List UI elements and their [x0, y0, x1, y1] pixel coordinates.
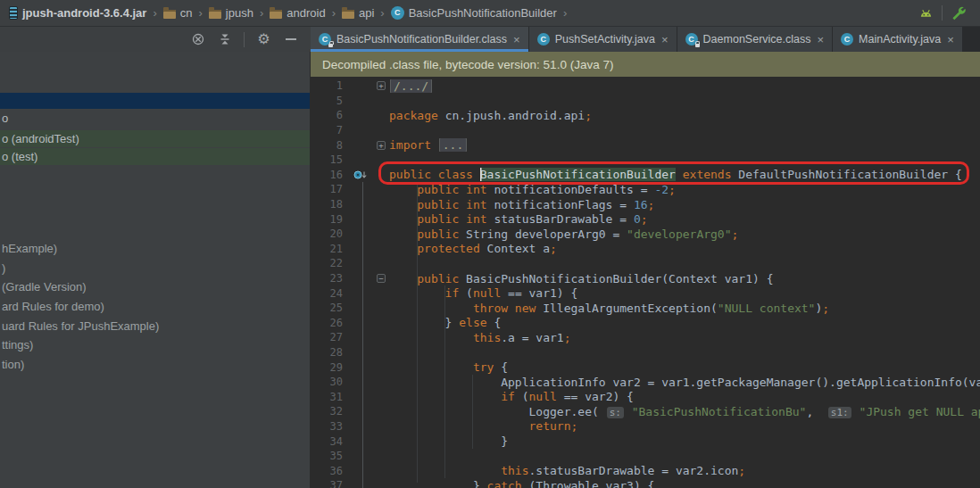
code-line: 7 [311, 123, 980, 138]
android-avatar-icon[interactable] [918, 5, 934, 21]
code-text[interactable]: public String developerArg0 = "developer… [389, 227, 980, 241]
code-text[interactable]: if (null == var2) { [389, 390, 980, 403]
line-number: 7 [311, 124, 343, 136]
code-text[interactable]: return; [389, 419, 980, 433]
tree-item[interactable]: hExample) [0, 239, 310, 257]
code-text[interactable]: if (null == var1) { [389, 286, 980, 300]
class-icon: C [391, 6, 404, 20]
close-icon[interactable]: × [661, 34, 669, 45]
fold-expand-icon[interactable]: + [377, 141, 386, 150]
line-number: 24 [311, 287, 343, 300]
breadcrumb-item-api[interactable]: api [342, 6, 374, 20]
code-text[interactable]: this.a = var1; [389, 331, 980, 344]
line-number: 17 [311, 183, 343, 195]
class-icon: C [841, 33, 853, 45]
line-number: 35 [311, 450, 343, 462]
tree-item[interactable]: ttings) [0, 335, 310, 353]
gear-icon[interactable]: ⚙ [256, 32, 271, 47]
breadcrumb-item-jpush[interactable]: jpush [209, 6, 253, 20]
line-number: 21 [311, 243, 343, 255]
code-line: 25throw new IllegalArgumentException("NU… [311, 301, 980, 316]
hide-panel-icon[interactable] [283, 32, 298, 47]
code-text[interactable]: import ... [389, 138, 980, 152]
code-line: 30ApplicationInfo var2 = var1.getPackage… [311, 375, 980, 390]
code-line: 31if (null == var2) { [311, 389, 980, 404]
project-tree-panel: oo (androidTest)o (test)hExample))(Gradl… [0, 52, 311, 488]
code-line: 20public String developerArg0 = "develop… [311, 227, 980, 242]
code-line: 33return; [311, 419, 980, 434]
line-number: 27 [311, 331, 343, 343]
decompiled-banner: Decompiled .class file, bytecode version… [311, 52, 980, 77]
breadcrumb-item-jpush-android-3-6-4-jar[interactable]: jpush-android-3.6.4.jar [9, 6, 146, 20]
code-line: 1+/.../ [311, 79, 980, 94]
code-text[interactable]: throw new IllegalArgumentException("NULL… [389, 302, 980, 315]
build-wrench-icon[interactable] [951, 5, 966, 21]
code-line: 17public int notificationDefaults = -2; [311, 182, 980, 197]
line-number: 18 [311, 198, 343, 211]
code-text[interactable]: protected Context a; [389, 242, 980, 255]
code-text[interactable]: this.statusBarDrawable = var2.icon; [389, 464, 980, 477]
tab-label: PushSetActivity.java [555, 33, 655, 45]
line-number: 25 [311, 302, 343, 314]
close-icon[interactable]: × [947, 34, 954, 45]
code-text[interactable]: public int statusBarDrawable = 0; [389, 212, 980, 226]
code-text[interactable]: public class BasicPushNotificationBuilde… [389, 168, 980, 181]
line-number: 36 [311, 465, 343, 477]
code-text[interactable]: /.../ [389, 79, 980, 93]
breadcrumb-separator: › [260, 6, 263, 20]
code-line: 37} catch (Throwable var3) { [311, 478, 980, 488]
breadcrumb-label: android [287, 6, 325, 20]
breadcrumb-item-android[interactable]: android [270, 6, 325, 20]
code-text[interactable]: public int notificationDefaults = -2; [389, 183, 980, 196]
code-line: 28 [311, 345, 980, 360]
code-line: 26} else { [311, 316, 980, 331]
tab-basicpushnotificationbuilder-class[interactable]: CBasicPushNotificationBuilder.class× [311, 27, 528, 52]
class-locked-icon: C [685, 33, 698, 45]
breadcrumb-separator: › [563, 6, 567, 20]
breadcrumb-label: jpush [226, 6, 253, 20]
code-text[interactable]: } else { [389, 316, 980, 329]
code-text[interactable]: } catch (Throwable var3) { [389, 479, 980, 488]
tab-daemonservice-class[interactable]: CDaemonService.class× [677, 27, 832, 52]
tab-mainactivity-java[interactable]: CMainActivity.java× [833, 27, 962, 52]
code-line: 19public int statusBarDrawable = 0; [311, 211, 980, 227]
locate-icon[interactable] [190, 32, 205, 47]
line-number: 31 [311, 391, 343, 403]
code-text[interactable]: Logger.ee( s: "BasicPushNotificationBu",… [389, 405, 980, 418]
code-text[interactable]: public int notificationFlags = 16; [389, 198, 980, 211]
line-number: 15 [311, 153, 343, 166]
code-line: 22 [311, 256, 980, 271]
tree-item[interactable] [0, 93, 310, 109]
code-text[interactable]: } [389, 434, 980, 448]
line-number: 33 [311, 420, 343, 433]
breadcrumb-item-cn[interactable]: cn [163, 6, 193, 20]
fold-expand-icon[interactable]: + [377, 81, 386, 90]
fold-collapse-icon[interactable]: − [377, 274, 386, 283]
close-icon[interactable]: × [513, 34, 520, 45]
breadcrumb-item-basicpushnotificationbuilder[interactable]: CBasicPushNotificationBuilder [391, 6, 557, 20]
tree-item[interactable]: ) [0, 259, 310, 277]
class-icon: C [537, 33, 550, 45]
tree-item[interactable]: tion) [0, 355, 310, 373]
tree-item[interactable]: o (androidTest) [0, 130, 310, 147]
tree-item[interactable]: ard Rules for demo) [0, 297, 310, 315]
titlebar-right-icons [918, 5, 971, 21]
code-editor[interactable]: 1+/.../56package cn.jpush.android.api;78… [311, 77, 980, 488]
collapse-all-icon[interactable] [217, 32, 232, 47]
tree-item[interactable]: (Gradle Version) [0, 277, 310, 295]
code-line: 18public int notificationFlags = 16; [311, 197, 980, 212]
line-number: 23 [311, 272, 343, 285]
close-icon[interactable]: × [817, 34, 824, 45]
code-text[interactable]: ApplicationInfo var2 = var1.getPackageMa… [389, 376, 980, 389]
breadcrumb-label: cn [180, 6, 193, 20]
code-text[interactable]: package cn.jpush.android.api; [389, 109, 980, 122]
code-text[interactable]: try { [389, 360, 980, 374]
tree-item[interactable]: o [0, 110, 310, 126]
code-lines: 1+/.../56package cn.jpush.android.api;78… [311, 77, 980, 488]
code-line: 6package cn.jpush.android.api; [311, 108, 980, 123]
tab-pushsetactivity-java[interactable]: CPushSetActivity.java× [529, 27, 677, 52]
subclassed-gutter-icon[interactable] [353, 169, 373, 181]
code-text[interactable]: public BasicPushNotificationBuilder(Cont… [389, 272, 980, 285]
tree-item[interactable]: uard Rules for JPushExample) [0, 317, 310, 335]
tree-item[interactable]: o (test) [0, 148, 310, 165]
